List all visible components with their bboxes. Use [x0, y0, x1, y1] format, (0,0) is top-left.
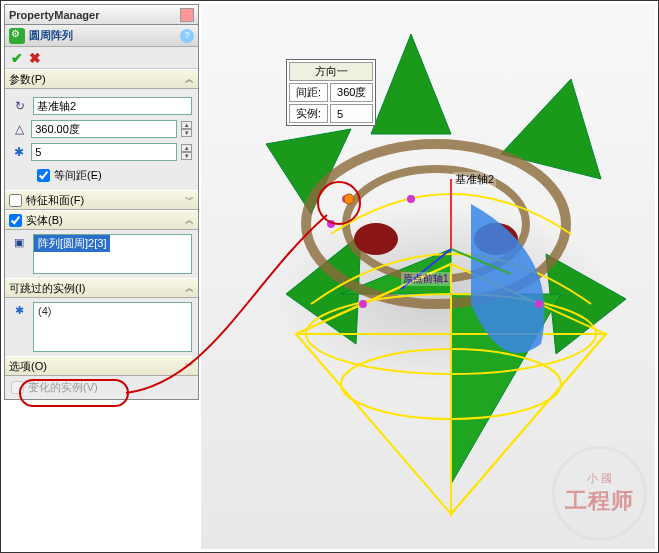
angle-spinner[interactable]: ▲▼: [181, 121, 192, 137]
chevron-up-icon: ︽: [185, 73, 194, 86]
features-faces-checkbox[interactable]: [9, 194, 22, 207]
svg-point-8: [354, 223, 398, 255]
angle-icon: △: [11, 120, 27, 138]
instance-count-input[interactable]: [31, 143, 177, 161]
callout-count[interactable]: 5: [330, 104, 373, 123]
bodies-list-item: 阵列[圆周]2[3]: [34, 235, 110, 252]
skipped-instance-marker: [344, 194, 354, 204]
skip-list-item: (4): [38, 305, 51, 317]
help-icon[interactable]: ?: [180, 29, 194, 43]
section-parameters[interactable]: 参数(P)︽: [5, 69, 198, 89]
count-icon: ✱: [11, 143, 27, 161]
varied-instances-checkbox: 变化的实例(V): [11, 380, 192, 395]
axis-icon: ↻: [11, 97, 29, 115]
bodies-checkbox[interactable]: [9, 214, 22, 227]
pm-header: PropertyManager: [5, 5, 198, 25]
section-options[interactable]: 选项(O)︾: [5, 356, 198, 376]
angle-input[interactable]: [31, 120, 177, 138]
skip-listbox[interactable]: (4): [33, 302, 192, 352]
cancel-button[interactable]: ✖: [29, 50, 41, 66]
svg-point-16: [535, 300, 543, 308]
bodies-listbox[interactable]: 阵列[圆周]2[3]: [33, 234, 192, 274]
section-bodies[interactable]: 实体(B)︽: [5, 210, 198, 230]
svg-marker-2: [546, 254, 626, 354]
feature-title: 圆周阵列: [29, 28, 73, 43]
chevron-down-icon: ︾: [185, 194, 194, 207]
section-features-faces[interactable]: 特征和面(F)︾: [5, 190, 198, 210]
count-spinner[interactable]: ▲▼: [181, 144, 192, 160]
feature-title-bar: 圆周阵列 ?: [5, 25, 198, 47]
svg-point-17: [407, 195, 415, 203]
circular-pattern-icon: [9, 28, 25, 44]
callout-title: 方向一: [289, 62, 373, 81]
viewport-3d[interactable]: 基准轴2 原点前轴1 方向一 间距:360度 实例:5 小 國 工程师: [201, 4, 655, 549]
direction-callout[interactable]: 方向一 间距:360度 实例:5: [286, 59, 376, 126]
property-manager-panel: PropertyManager 圆周阵列 ? ✔ ✖ 参数(P)︽ ↻ △ ▲▼…: [4, 4, 199, 400]
svg-marker-0: [371, 34, 451, 134]
svg-point-18: [327, 220, 335, 228]
body-icon: ▣: [11, 236, 27, 252]
callout-spacing[interactable]: 360度: [330, 83, 373, 102]
ok-button[interactable]: ✔: [11, 50, 23, 66]
skip-icon: ✱: [11, 304, 27, 320]
equal-spacing-checkbox[interactable]: 等间距(E): [37, 168, 192, 183]
origin-label: 原点前轴1: [401, 272, 451, 286]
section-skip[interactable]: 可跳过的实例(I)︽: [5, 278, 198, 298]
watermark: 小 國 工程师: [552, 446, 647, 541]
axis-label: 基准轴2: [453, 172, 496, 187]
svg-point-15: [359, 300, 367, 308]
pin-icon[interactable]: [180, 8, 194, 22]
pattern-axis-input[interactable]: [33, 97, 192, 115]
